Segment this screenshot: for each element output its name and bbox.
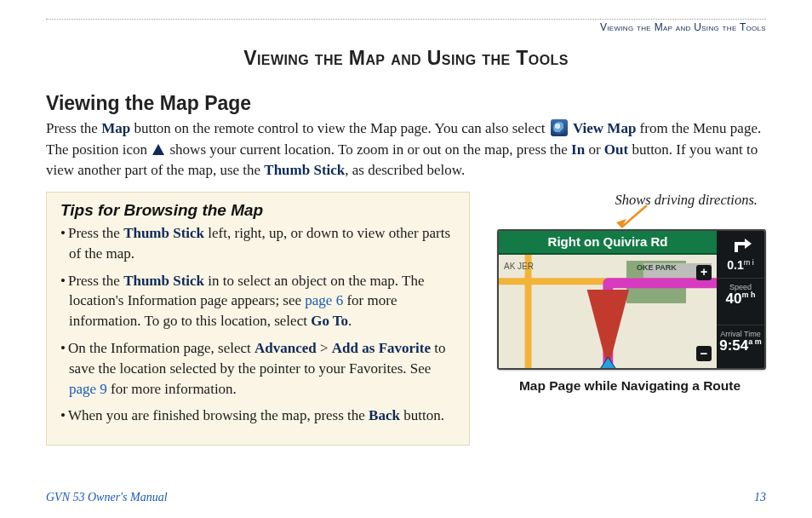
text: When you are finished browsing the map, … xyxy=(68,407,369,423)
bullet-icon: • xyxy=(60,340,68,356)
page-link[interactable]: page 9 xyxy=(69,381,107,397)
intro-paragraph: Press the Map button on the remote contr… xyxy=(46,118,766,181)
turn-distance: 0.1m i xyxy=(717,259,764,271)
text: > xyxy=(317,340,332,356)
map-label: OKE PARK xyxy=(637,263,677,272)
keyword-thumb-stick: Thumb Stick xyxy=(123,273,204,289)
keyword-go-to: Go To xyxy=(311,313,348,329)
running-head: Viewing the Map and Using the Tools xyxy=(46,21,766,33)
text: button on the remote control to view the… xyxy=(130,120,548,136)
tip-item: •When you are finished browsing the map,… xyxy=(69,406,455,426)
direction-banner: Right on Quivira Rd xyxy=(499,231,717,255)
figure-caption: Map Page while Navigating a Route xyxy=(494,378,766,394)
speed-panel: Speed 40m h xyxy=(717,278,764,325)
keyword-thumb-stick: Thumb Stick xyxy=(123,225,204,241)
zoom-in-button[interactable]: + xyxy=(696,265,712,280)
figure-column: Shows driving directions. xyxy=(494,192,766,394)
text: , as described below. xyxy=(345,162,465,178)
arrival-label: Arrival Time xyxy=(717,325,764,338)
arrival-value: 9:54a m xyxy=(717,338,764,354)
keyword-add-as-favorite: Add as Favorite xyxy=(332,340,431,356)
svg-line-0 xyxy=(621,205,647,227)
svg-marker-2 xyxy=(599,357,616,370)
keyword-back: Back xyxy=(369,407,400,423)
keyword-map: Map xyxy=(101,120,130,136)
text: . xyxy=(348,313,352,329)
keyword-view-map: View Map xyxy=(573,120,636,136)
page-footer: GVN 53 Owner's Manual 13 xyxy=(46,491,766,504)
text: Press the xyxy=(68,273,123,289)
keyword-in: In xyxy=(571,141,585,158)
leader-line-icon xyxy=(613,205,664,231)
text: for more information. xyxy=(107,381,237,397)
position-icon xyxy=(152,144,164,155)
speed-value: 40m h xyxy=(717,291,764,308)
two-column-layout: Tips for Browsing the Map •Press the Thu… xyxy=(46,192,766,446)
speed-label: Speed xyxy=(717,279,764,291)
turn-indicator: 0.1m i xyxy=(717,231,764,278)
bullet-icon: • xyxy=(60,273,68,289)
text: button. xyxy=(400,407,444,423)
top-rule xyxy=(46,19,766,20)
keyword-out: Out xyxy=(604,141,628,158)
text: shows your current location. To zoom in … xyxy=(166,141,571,158)
keyword-thumb-stick: Thumb Stick xyxy=(264,162,345,178)
section-title: Viewing the Map Page xyxy=(46,92,766,115)
gps-screenshot: AK JER OKE PARK Right on Quivira Rd 0.1m… xyxy=(497,229,766,370)
tip-item: •Press the Thumb Stick in to select an o… xyxy=(69,271,455,331)
footer-manual-title: GVN 53 Owner's Manual xyxy=(46,491,168,504)
chapter-title: Viewing the Map and Using the Tools xyxy=(46,47,766,70)
callout-leader xyxy=(494,210,766,229)
text: Press the xyxy=(68,225,123,241)
zoom-out-button[interactable]: − xyxy=(696,346,712,361)
tips-title: Tips for Browsing the Map xyxy=(60,201,455,220)
arrival-panel: Arrival Time 9:54a m xyxy=(717,325,764,370)
tips-box: Tips for Browsing the Map •Press the Thu… xyxy=(46,192,470,446)
text: On the Information page, select xyxy=(68,340,254,356)
page-link[interactable]: page 6 xyxy=(305,292,343,308)
keyword-advanced: Advanced xyxy=(254,340,317,356)
footer-page-number: 13 xyxy=(754,491,766,504)
turn-right-icon xyxy=(726,233,755,256)
text: or xyxy=(585,141,604,158)
text: Press the xyxy=(46,120,101,136)
tip-item: •Press the Thumb Stick left, right, up, … xyxy=(69,223,455,264)
globe-icon xyxy=(551,119,568,136)
map-label: AK JER xyxy=(504,262,534,271)
manual-page: Viewing the Map and Using the Tools View… xyxy=(0,0,812,518)
tip-item: •On the Information page, select Advance… xyxy=(69,338,455,399)
bullet-icon: • xyxy=(60,225,68,241)
bullet-icon: • xyxy=(60,407,68,423)
